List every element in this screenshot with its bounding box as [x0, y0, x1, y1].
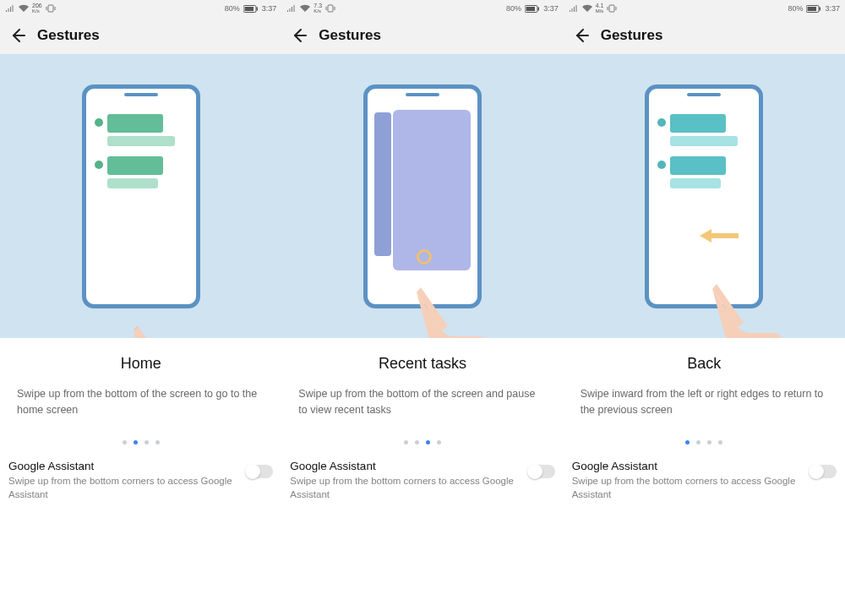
dot-active — [426, 440, 430, 444]
clock-time: 3:37 — [262, 4, 277, 13]
dot — [144, 440, 149, 444]
network-speed: 4.1 M/s — [596, 3, 604, 14]
phone-mock — [645, 84, 763, 308]
ga-title: Google Assistant — [290, 460, 517, 472]
page-title: Gestures — [319, 27, 381, 44]
phone-mock — [363, 84, 482, 308]
illustration-back — [564, 54, 845, 338]
dot — [696, 440, 701, 444]
gesture-desc: Swipe inward from the left or right edge… — [581, 386, 828, 418]
signal-icon — [569, 4, 579, 13]
ga-title: Google Assistant — [8, 460, 236, 472]
ga-toggle[interactable] — [528, 465, 555, 478]
network-speed: 7.3 K/s — [313, 3, 322, 14]
gesture-title: Home — [17, 355, 264, 373]
dot — [404, 440, 408, 444]
status-left: 4.1 M/s — [569, 3, 618, 14]
touch-ring-icon — [417, 249, 432, 264]
wifi-icon — [582, 4, 592, 13]
dot — [437, 440, 441, 444]
swipe-arrow-icon — [700, 229, 739, 243]
header: Gestures — [0, 17, 281, 54]
illustration-recent — [281, 54, 563, 338]
dot — [718, 440, 722, 444]
signal-icon — [5, 4, 15, 13]
ga-text: Google Assistant Swipe up from the botto… — [290, 460, 517, 501]
gesture-desc: Swipe up from the bottom of the screen t… — [17, 386, 264, 418]
signal-icon — [286, 4, 297, 13]
google-assistant-row: Google Assistant Swipe up from the botto… — [0, 455, 281, 501]
vibrate-icon — [325, 4, 335, 13]
ga-text: Google Assistant Swipe up from the botto… — [8, 460, 236, 501]
status-right: 80% 3:37 — [788, 4, 840, 13]
status-bar: 206 K/s 80% 3:37 — [0, 0, 281, 17]
ga-desc: Swipe up from the bottom corners to acce… — [290, 474, 517, 501]
status-bar: 7.3 K/s 80% 3:37 — [281, 0, 563, 17]
battery-icon — [806, 5, 821, 13]
speed-value: 7.3 — [313, 3, 322, 8]
svg-rect-2 — [244, 7, 254, 11]
speed-unit: K/s — [32, 8, 42, 14]
ga-title: Google Assistant — [572, 460, 799, 472]
svg-rect-8 — [609, 5, 614, 12]
dot — [415, 440, 419, 444]
page-indicator — [0, 440, 281, 444]
speed-value: 4.1 — [596, 3, 604, 8]
svg-rect-11 — [820, 7, 821, 10]
ga-desc: Swipe up from the bottom corners to acce… — [572, 474, 799, 501]
back-icon[interactable] — [10, 28, 25, 43]
battery-icon — [525, 5, 540, 13]
dot — [123, 440, 127, 444]
svg-rect-3 — [256, 7, 258, 10]
status-right: 80% 3:37 — [506, 4, 559, 13]
network-speed: 206 K/s — [32, 3, 42, 14]
header: Gestures — [281, 17, 563, 54]
gesture-desc: Swipe up from the bottom of the screen a… — [298, 386, 546, 418]
back-icon[interactable] — [292, 28, 307, 43]
panel-recent: 7.3 K/s 80% 3:37 Gestures — [281, 0, 563, 616]
battery-percent: 80% — [788, 4, 803, 13]
clock-time: 3:37 — [543, 4, 559, 13]
page-indicator — [281, 440, 563, 444]
phone-mock — [82, 84, 200, 308]
svg-rect-6 — [526, 7, 536, 11]
dot — [707, 440, 711, 444]
google-assistant-row: Google Assistant Swipe up from the botto… — [564, 455, 845, 501]
page-title: Gestures — [37, 27, 100, 44]
ga-desc: Swipe up from the bottom corners to acce… — [8, 474, 236, 501]
clock-time: 3:37 — [825, 4, 840, 13]
status-left: 7.3 K/s — [286, 3, 335, 14]
speed-unit: M/s — [596, 8, 604, 14]
panel-back: 4.1 M/s 80% 3:37 Gestures — [564, 0, 845, 616]
hand-icon — [129, 323, 205, 338]
battery-percent: 80% — [506, 4, 521, 13]
page-title: Gestures — [601, 27, 663, 44]
wifi-icon — [300, 4, 310, 13]
header: Gestures — [564, 17, 845, 54]
status-right: 80% 3:37 — [225, 4, 277, 13]
svg-rect-10 — [808, 7, 817, 11]
back-icon[interactable] — [574, 28, 589, 43]
wifi-icon — [19, 4, 29, 13]
gesture-title: Back — [581, 355, 828, 373]
svg-rect-4 — [328, 5, 333, 12]
vibrate-icon — [607, 4, 617, 13]
vibrate-icon — [46, 4, 56, 13]
illustration-home — [0, 54, 281, 338]
panels-container: 206 K/s 80% 3:37 Gestures — [0, 0, 845, 616]
speed-value: 206 — [32, 3, 42, 8]
google-assistant-row: Google Assistant Swipe up from the botto… — [281, 455, 563, 501]
gesture-text: Home Swipe up from the bottom of the scr… — [0, 338, 281, 425]
ga-toggle[interactable] — [246, 465, 273, 478]
battery-percent: 80% — [225, 4, 240, 13]
speed-unit: K/s — [313, 8, 322, 14]
status-left: 206 K/s — [5, 3, 56, 14]
gesture-title: Recent tasks — [298, 355, 546, 373]
dot — [155, 440, 160, 444]
dot-active — [134, 440, 138, 444]
page-indicator — [564, 440, 845, 444]
ga-toggle[interactable] — [810, 465, 837, 478]
battery-icon — [243, 5, 259, 13]
gesture-text: Back Swipe inward from the left or right… — [564, 338, 845, 425]
panel-home: 206 K/s 80% 3:37 Gestures — [0, 0, 281, 616]
